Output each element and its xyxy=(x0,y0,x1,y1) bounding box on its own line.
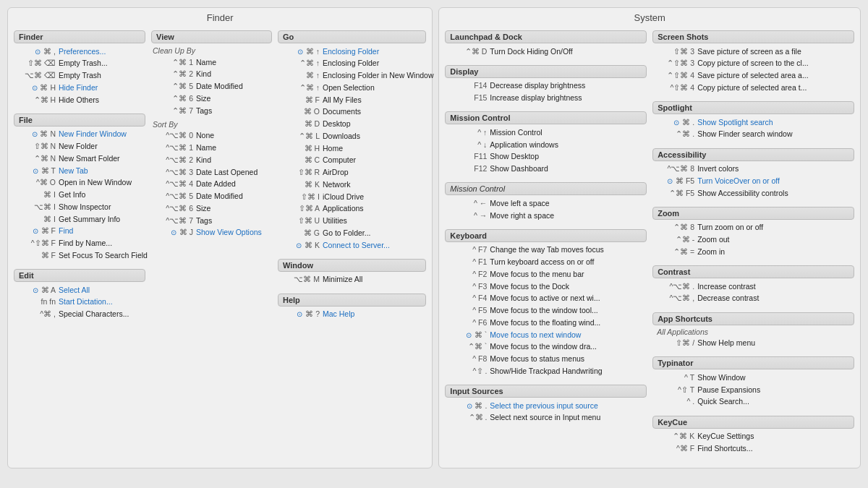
shortcut-keys: ⇧⌘ I xyxy=(279,192,323,203)
blue-dot: ⊙ xyxy=(35,48,41,56)
shortcut-label: Move focus to the window tool... xyxy=(490,305,597,317)
shortcut-keys: F12 xyxy=(446,163,490,175)
shortcut-label: Show Help menu xyxy=(697,338,755,349)
system-panel-title: System xyxy=(439,12,860,26)
shortcut-label: New Tab xyxy=(59,166,88,177)
shortcut-keys: ⌃⇧⌘ 3 xyxy=(654,58,697,69)
shortcut-keys: ⌘ F xyxy=(15,250,59,262)
shortcut-label: Tags xyxy=(196,215,212,227)
all-apps-header: All Applications xyxy=(657,328,854,336)
shortcut-label: Mac Help xyxy=(323,309,354,320)
shortcut-row: ⌃⌘ . Select next source in Input menu xyxy=(445,412,647,424)
blue-dot: ⊙ xyxy=(171,228,176,236)
shortcut-row: ⊙ ⌘ N New Finder Window xyxy=(14,129,145,141)
accessibility-header: Accessibility xyxy=(652,148,854,161)
shortcut-keys: ^⌥⌘ 0 xyxy=(153,130,196,142)
shortcut-keys: ^ F4 xyxy=(446,293,490,304)
shortcut-keys: ⊙ ⌘ J xyxy=(153,227,196,239)
shortcut-keys: ^⌥⌘ 3 xyxy=(153,167,196,179)
blue-dot: ⊙ xyxy=(673,119,679,127)
finder-panel-title: Finder xyxy=(8,12,432,26)
shortcut-row: ⌃⌘ 7 Tags xyxy=(151,105,272,117)
shortcut-row: ⌃⌘ . Show Finder search window xyxy=(652,129,854,141)
shortcut-label: Show Spotlight search xyxy=(697,117,773,129)
shortcut-row: ⌃⌘ 1 Name xyxy=(151,56,272,69)
shortcut-label: Get Summary Info xyxy=(59,214,120,226)
shortcut-row: F15 Increase display brightness xyxy=(445,93,647,105)
shortcut-row: ⊙ ⌘ ? Mac Help xyxy=(278,309,426,321)
file-section-header: File xyxy=(14,114,145,127)
shortcut-row: ^⌥⌘ 8 Invert colors xyxy=(652,163,854,176)
shortcut-row: ^ → Move right a space xyxy=(445,210,647,222)
shortcut-label: Hide Others xyxy=(59,95,99,106)
view-section: View Clean Up By ⌃⌘ 1 Name ⌃⌘ 2 Kind ⌃⌘ … xyxy=(151,30,272,239)
shortcut-label: Zoom in xyxy=(697,247,725,258)
shortcut-label: None xyxy=(196,130,214,142)
shortcut-label: Move focus to the Dock xyxy=(490,281,569,293)
shortcut-keys: ⌃⌘ 5 xyxy=(153,81,196,93)
shortcut-keys: ^⌥⌘ . xyxy=(654,281,697,293)
shortcut-keys: ⌘ C xyxy=(279,155,323,166)
shortcut-row: ⊙ ⌘ . Show Spotlight search xyxy=(652,116,854,129)
shortcut-label: Move focus to next window xyxy=(490,330,581,341)
shortcut-row: ⌃⌘ 6 Size xyxy=(151,93,272,105)
shortcut-keys: ^ T xyxy=(654,372,697,384)
shortcut-label: New Finder Window xyxy=(59,129,127,140)
shortcut-row: ^⇧ . Show/Hide Trackpad Handwriting xyxy=(445,365,647,377)
shortcut-row: ^⌘ O Open in New Window xyxy=(14,177,145,189)
shortcut-row: ^⇧⌘ F Find by Name... xyxy=(14,238,145,250)
shortcut-row: ⌘ K Network xyxy=(278,179,426,191)
shortcut-label: Show View Options xyxy=(196,227,262,239)
shortcut-keys: ⇧⌘ R xyxy=(279,167,323,179)
shortcut-label: Select the previous input source xyxy=(490,401,597,412)
shortcut-label: Downloads xyxy=(323,131,360,142)
shortcut-keys: ⇧⌘ U xyxy=(279,215,323,227)
blue-dot: ⊙ xyxy=(297,48,303,56)
zoom-header: Zoom xyxy=(652,207,854,220)
shortcut-keys: ⌃⌘ 8 xyxy=(654,222,697,234)
shortcut-keys: ^⌥⌘ 4 xyxy=(153,179,196,190)
shortcut-label: Move focus to the menu bar xyxy=(490,269,584,281)
shortcut-row: ⇧⌘ A Applications xyxy=(278,203,426,215)
input-sources-section: Input Sources ⊙ ⌘ . Select the previous … xyxy=(445,385,647,424)
accessibility-section: Accessibility ^⌥⌘ 8 Invert colors ⊙ ⌘ F5… xyxy=(652,148,854,200)
shortcut-label: Select All xyxy=(59,285,90,296)
shortcut-keys: ⊙ ⌘ F5 xyxy=(654,176,697,187)
shortcut-row: ⌃⌘ - Zoom out xyxy=(652,234,854,247)
shortcut-keys: ^ F7 xyxy=(446,244,490,256)
shortcut-keys: ⌃⌘ K xyxy=(654,431,697,442)
shortcut-keys: ⌘ G xyxy=(279,228,323,239)
shortcut-keys: ^ F5 xyxy=(446,305,490,317)
shortcut-label: Change the way Tab moves focus xyxy=(490,244,603,256)
shortcut-label: Empty Trash... xyxy=(59,58,108,69)
finder-col1: Finder ⊙ ⌘ , Preferences... ⇧⌘ ⌫ Empty T… xyxy=(11,30,148,328)
spotlight-header: Spotlight xyxy=(652,101,854,114)
shortcut-row: ⌘ F All My Files xyxy=(278,94,426,106)
shortcut-keys: ⊙ ⌘ N xyxy=(15,129,59,140)
shortcut-label: Move focus to active or next wi... xyxy=(490,293,600,304)
shortcut-label: Get Info xyxy=(59,189,85,201)
shortcut-keys: ^ . xyxy=(654,396,697,408)
contrast-section: Contrast ^⌥⌘ . Increase contrast ^⌥⌘ , D… xyxy=(652,265,854,305)
shortcut-keys: F14 xyxy=(446,80,490,92)
shortcut-keys: ⌃⌘ . xyxy=(654,129,697,140)
shortcut-label: Show Accessibility controls xyxy=(697,188,788,200)
shortcut-row: ⊙ ⌘ ↑ Enclosing Folder xyxy=(278,46,426,58)
shortcut-keys: ^ ← xyxy=(446,198,490,210)
shortcut-row: ^ F4 Move focus to active or next wi... xyxy=(445,293,647,305)
system-panel-inner: Launchpad & Dock ⌃⌘ D Turn Dock Hiding O… xyxy=(439,30,860,462)
shortcut-label: Enclosing Folder xyxy=(323,46,379,58)
shortcut-label: New Folder xyxy=(59,141,98,153)
shortcut-label: Computer xyxy=(323,155,356,166)
shortcut-label: KeyCue Settings xyxy=(697,431,754,442)
app-shortcuts-header: App Shortcuts xyxy=(652,312,854,325)
shortcut-keys: ⇧⌘ 3 xyxy=(654,46,697,58)
shortcut-row: ⊙ ⌘ A Select All xyxy=(14,284,145,296)
shortcut-label: Date Modified xyxy=(196,191,243,202)
shortcut-row: ^ F1 Turn keyboard access on or off xyxy=(445,257,647,269)
shortcut-row: F12 Show Dashboard xyxy=(445,163,647,176)
shortcut-label: Show Window xyxy=(697,372,746,384)
shortcut-label: Quick Search... xyxy=(697,396,749,408)
shortcut-row: ⌘ ↑ Enclosing Folder in New Window xyxy=(278,70,426,82)
shortcut-label: AirDrop xyxy=(323,167,349,179)
